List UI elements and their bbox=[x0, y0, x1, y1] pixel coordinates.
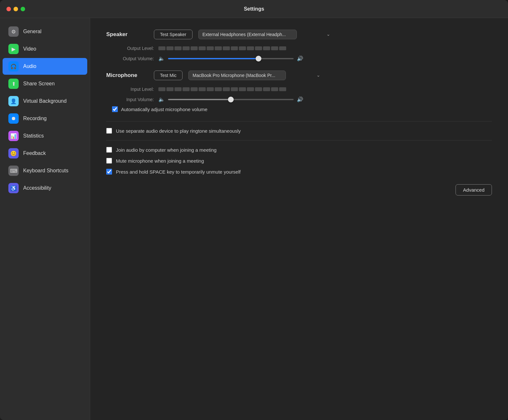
level-segment bbox=[223, 87, 230, 91]
general-icon: ⚙ bbox=[8, 26, 19, 37]
speaker-device-select[interactable]: External Headphones (External Headph... bbox=[198, 30, 297, 39]
input-volume-control: 🔈 🔊 bbox=[158, 96, 303, 102]
divider-2 bbox=[106, 140, 492, 140]
audio-icon: 🎧 bbox=[8, 61, 19, 72]
level-segment bbox=[255, 46, 262, 50]
mic-device-select[interactable]: MacBook Pro Microphone (MacBook Pr... bbox=[188, 71, 286, 80]
settings-window: Settings ⚙General▶Video🎧Audio⬆Share Scre… bbox=[0, 0, 508, 420]
level-segment bbox=[239, 87, 246, 91]
divider-1 bbox=[106, 121, 492, 121]
sidebar-item-recording[interactable]: ⏺Recording bbox=[3, 110, 87, 127]
sidebar-item-feedback[interactable]: 😊Feedback bbox=[3, 145, 87, 162]
sidebar-item-statistics[interactable]: 📊Statistics bbox=[3, 128, 87, 144]
level-segment bbox=[271, 46, 278, 50]
level-segment bbox=[255, 87, 262, 91]
accessibility-label: Accessibility bbox=[23, 185, 51, 191]
level-segment bbox=[239, 46, 246, 50]
level-segment bbox=[263, 46, 270, 50]
main-content: Speaker Test Speaker External Headphones… bbox=[90, 18, 508, 420]
level-segment bbox=[223, 46, 230, 50]
microphone-row: Microphone Test Mic MacBook Pro Micropho… bbox=[106, 71, 492, 80]
virtual-background-icon: 👤 bbox=[8, 96, 19, 106]
level-segment bbox=[215, 46, 222, 50]
speaker-mute-icon: 🔈 bbox=[158, 55, 165, 62]
test-speaker-button[interactable]: Test Speaker bbox=[154, 30, 193, 39]
level-segment bbox=[263, 87, 270, 91]
level-segment bbox=[207, 46, 214, 50]
mic-loud-icon: 🔊 bbox=[297, 96, 303, 102]
separate-audio-label: Use separate audio device to play ringto… bbox=[116, 128, 241, 134]
advanced-button[interactable]: Advanced bbox=[456, 184, 492, 196]
level-segment bbox=[247, 87, 254, 91]
input-volume-label: Input Volume: bbox=[112, 97, 154, 102]
sidebar-item-audio[interactable]: 🎧Audio bbox=[3, 58, 87, 75]
microphone-section: Microphone Test Mic MacBook Pro Micropho… bbox=[106, 71, 492, 112]
sidebar-item-virtual-background[interactable]: 👤Virtual Background bbox=[3, 93, 87, 110]
level-segment bbox=[231, 87, 238, 91]
sidebar-item-video[interactable]: ▶Video bbox=[3, 41, 87, 57]
test-mic-button[interactable]: Test Mic bbox=[154, 71, 183, 80]
accessibility-icon: ♿ bbox=[8, 183, 19, 193]
space-unmute-checkbox[interactable] bbox=[106, 169, 112, 175]
auto-adjust-checkbox[interactable] bbox=[112, 106, 118, 112]
output-level-bar bbox=[158, 45, 294, 52]
keyboard-shortcuts-label: Keyboard Shortcuts bbox=[23, 168, 69, 174]
statistics-icon: 📊 bbox=[8, 131, 19, 141]
join-audio-checkbox[interactable] bbox=[106, 147, 112, 153]
sidebar: ⚙General▶Video🎧Audio⬆Share Screen👤Virtua… bbox=[0, 18, 90, 420]
sidebar-item-share-screen[interactable]: ⬆Share Screen bbox=[3, 75, 87, 92]
minimize-button[interactable] bbox=[14, 7, 18, 11]
level-segment bbox=[271, 87, 278, 91]
sidebar-item-accessibility[interactable]: ♿Accessibility bbox=[3, 180, 87, 196]
level-segment bbox=[207, 87, 214, 91]
input-volume-thumb[interactable] bbox=[228, 97, 234, 102]
advanced-btn-row: Advanced bbox=[106, 184, 492, 196]
mute-mic-checkbox[interactable] bbox=[106, 158, 112, 164]
input-level-row: Input Level: bbox=[106, 86, 492, 92]
general-label: General bbox=[23, 29, 42, 34]
maximize-button[interactable] bbox=[21, 7, 25, 11]
input-level-label: Input Level: bbox=[112, 87, 154, 92]
feedback-icon: 😊 bbox=[8, 148, 19, 158]
close-button[interactable] bbox=[6, 7, 11, 11]
output-volume-thumb[interactable] bbox=[256, 56, 261, 62]
microphone-label: Microphone bbox=[106, 72, 148, 79]
level-segment bbox=[199, 46, 206, 50]
level-segment bbox=[166, 87, 174, 91]
video-icon: ▶ bbox=[8, 44, 19, 54]
level-segment bbox=[191, 87, 198, 91]
speaker-select-wrapper: External Headphones (External Headph... bbox=[198, 30, 334, 39]
mute-mic-row: Mute microphone when joining a meeting bbox=[106, 158, 492, 164]
statistics-label: Statistics bbox=[23, 133, 44, 139]
input-volume-slider[interactable] bbox=[168, 99, 294, 100]
share-screen-icon: ⬆ bbox=[8, 79, 19, 89]
recording-icon: ⏺ bbox=[8, 113, 19, 124]
level-segment bbox=[279, 87, 286, 91]
mute-mic-label: Mute microphone when joining a meeting bbox=[116, 158, 204, 164]
recording-label: Recording bbox=[23, 116, 47, 121]
level-segment bbox=[247, 46, 254, 50]
level-segment bbox=[158, 46, 165, 50]
level-segment bbox=[191, 46, 198, 50]
title-bar: Settings bbox=[0, 0, 508, 18]
level-segment bbox=[215, 87, 222, 91]
level-segment bbox=[158, 87, 165, 91]
level-segment bbox=[174, 46, 182, 50]
level-segment bbox=[279, 46, 286, 50]
content-area: ⚙General▶Video🎧Audio⬆Share Screen👤Virtua… bbox=[0, 18, 508, 420]
join-audio-row: Join audio by computer when joining a me… bbox=[106, 147, 492, 153]
output-volume-label: Output Volume: bbox=[112, 56, 154, 61]
virtual-background-label: Virtual Background bbox=[23, 98, 67, 104]
output-volume-slider[interactable] bbox=[168, 58, 294, 59]
sidebar-item-general[interactable]: ⚙General bbox=[3, 23, 87, 40]
space-unmute-row: Press and hold SPACE key to temporarily … bbox=[106, 169, 492, 175]
audio-label: Audio bbox=[23, 63, 36, 69]
output-level-label: Output Level: bbox=[112, 46, 154, 51]
separate-audio-checkbox[interactable] bbox=[106, 128, 112, 134]
input-level-bar bbox=[158, 86, 294, 92]
level-segment bbox=[183, 87, 190, 91]
input-volume-row: Input Volume: 🔈 🔊 bbox=[106, 96, 492, 102]
join-audio-label: Join audio by computer when joining a me… bbox=[116, 147, 217, 153]
speaker-row: Speaker Test Speaker External Headphones… bbox=[106, 30, 492, 39]
sidebar-item-keyboard-shortcuts[interactable]: ⌨Keyboard Shortcuts bbox=[3, 162, 87, 179]
